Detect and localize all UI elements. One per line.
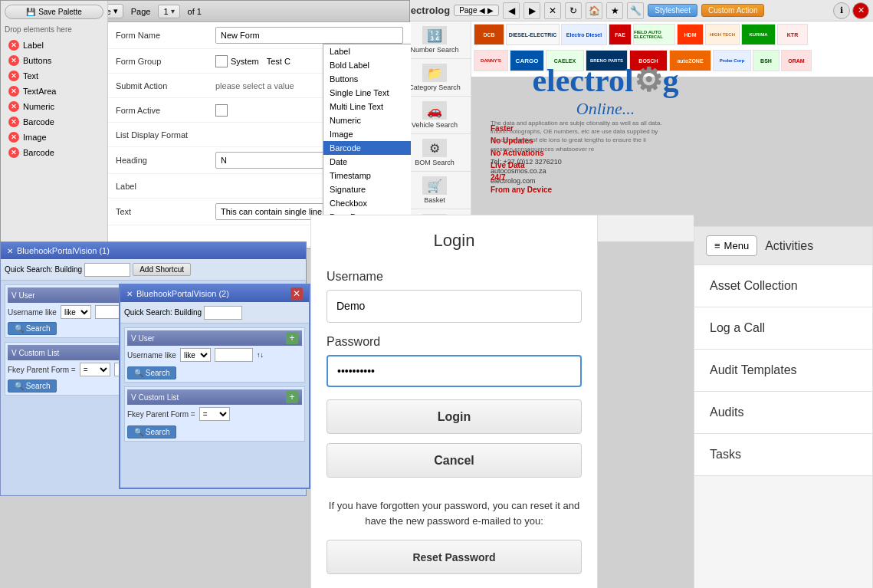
nav-back[interactable]: ◀ — [503, 2, 520, 19]
dropdown-single-line[interactable]: Single Line Text — [323, 86, 411, 100]
bluehook-toolbar-2: Quick Search: Building — [120, 302, 309, 324]
menu-audits[interactable]: Audits — [694, 392, 872, 434]
dropdown-checkbox[interactable]: Checkbox — [323, 196, 411, 210]
drop-hint: Drop elements here — [5, 25, 103, 34]
v-custom-add-2[interactable]: + — [286, 391, 298, 403]
dropdown-numeric[interactable]: Numeric — [323, 113, 411, 127]
system-checkbox[interactable]: System — [215, 55, 259, 67]
info-icon[interactable]: ℹ — [833, 2, 850, 19]
custom-action-btn[interactable]: Custom Action — [701, 4, 764, 17]
stylesheet-btn[interactable]: Stylesheet — [648, 4, 697, 17]
number-search-icon: 🔢 — [422, 26, 447, 44]
menu-tasks[interactable]: Tasks — [694, 434, 872, 476]
list-display-label: List Display Format — [116, 130, 215, 140]
add-shortcut-btn-1[interactable]: Add Shortcut — [133, 263, 191, 276]
username-input-2[interactable] — [215, 348, 253, 362]
menu-asset-collection[interactable]: Asset Collection — [694, 265, 872, 307]
dropdown-multi-line[interactable]: Multi Line Text — [323, 100, 411, 113]
palette-numeric[interactable]: ✕ Numeric — [5, 99, 103, 114]
dropdown-timestamp[interactable]: Timestamp — [323, 169, 411, 182]
of-label: of 1 — [188, 7, 202, 16]
username-operator-1[interactable]: like — [61, 305, 91, 319]
form-group-label: Form Group — [116, 57, 215, 66]
menu-log-a-call[interactable]: Log a Call — [694, 307, 872, 350]
form-name-input[interactable] — [215, 27, 403, 44]
vehicle-search-icon: 🚗 — [422, 101, 447, 120]
username-operator-2[interactable]: like — [180, 348, 211, 362]
brand-fae: FAE — [609, 24, 632, 45]
nav-forward[interactable]: ▶ — [523, 2, 540, 19]
search-btn-1[interactable]: 🔍 Search — [8, 322, 57, 335]
palette-label[interactable]: ✕ Label — [5, 38, 103, 53]
login-panel: Login Username Password Login Cancel If … — [310, 215, 598, 588]
save-palette-button[interactable]: 💾 Save Palette — [5, 5, 103, 19]
v-custom-list-header-2: V Custom List + — [127, 389, 302, 405]
menu-icon: ≡ — [714, 240, 720, 251]
palette-barcode-1[interactable]: ✕ Barcode — [5, 114, 103, 130]
bluehook-title-text-2: BluehookPortalVision (2) — [136, 289, 229, 298]
page-number-control[interactable]: 1 ▾ — [158, 5, 179, 18]
bom-search-icon: ⚙ — [422, 139, 447, 157]
brand-diesel: DIESEL-ELECTRIC — [506, 24, 560, 45]
dropdown-image[interactable]: Image — [323, 127, 411, 141]
fkey-operator-2[interactable]: = — [199, 407, 230, 421]
form-active-checkbox[interactable] — [215, 104, 228, 117]
reset-password-button[interactable]: Reset Password — [327, 540, 582, 574]
bluehook-search-input-1[interactable] — [84, 263, 130, 277]
electrolog-topbar: electrolog Page ◀ ▶ ◀ ▶ ✕ ↻ 🏠 ★ 🔧 Styles… — [399, 0, 873, 21]
bluehook-close-icon[interactable]: ✕ — [7, 247, 13, 255]
stop-btn[interactable]: ✕ — [544, 2, 561, 19]
dropdown-label[interactable]: Label — [323, 44, 411, 58]
palette-buttons[interactable]: ✕ Buttons — [5, 53, 103, 68]
basket-icon: 🛒 — [422, 176, 447, 195]
forgot-password-text: If you have forgotten your password, you… — [327, 498, 582, 528]
electrolog-main-text: electrol⚙g — [491, 61, 720, 99]
bookmark-btn[interactable]: ★ — [606, 2, 623, 19]
v-user-header-2: V User + — [127, 330, 302, 346]
activities-label: Activities — [765, 239, 813, 253]
tools-btn[interactable]: 🔧 — [627, 2, 644, 19]
username-label: Username — [327, 270, 383, 284]
fkey-operator-1[interactable]: = — [80, 363, 110, 376]
dropdown-buttons[interactable]: Buttons — [323, 72, 411, 86]
palette-barcode-2[interactable]: ✕ Barcode — [5, 145, 103, 160]
login-button[interactable]: Login — [327, 399, 582, 434]
home-btn[interactable]: 🏠 — [586, 2, 602, 19]
search-btn-fkey-1[interactable]: 🔍 Search — [8, 379, 57, 393]
brand-field: FIELD AUTO ELECTRICAL — [633, 24, 675, 45]
brand-kurima: KURIMA — [741, 24, 776, 45]
refresh-btn[interactable]: ↻ — [565, 2, 582, 19]
brand-row-1: DCB DIESEL-ELECTRIC Electro Diesel FAE F… — [474, 24, 871, 48]
heading-label: Heading — [116, 156, 215, 165]
form-name-label: Form Name — [116, 31, 215, 40]
close-icon[interactable]: ✕ — [852, 2, 869, 19]
login-title: Login — [434, 231, 475, 251]
palette-text[interactable]: ✕ Text — [5, 68, 103, 84]
palette-image[interactable]: ✕ Image — [5, 130, 103, 145]
dropdown-signature[interactable]: Signature — [323, 182, 411, 196]
dropdown-date[interactable]: Date — [323, 155, 411, 169]
bluehook-toolbar-1: Quick Search: Building Add Shortcut — [1, 259, 306, 281]
menu-audit-templates[interactable]: Audit Templates — [694, 350, 872, 392]
bluehook-panel-2: ✕ BluehookPortalVision (2) ✕ Quick Searc… — [119, 284, 310, 489]
electrolog-page-btn[interactable]: Page ◀ ▶ — [454, 5, 499, 16]
search-btn-2[interactable]: 🔍 Search — [127, 366, 176, 379]
brand-hdm: HDM — [677, 24, 704, 45]
bluehook-title-text-1: BluehookPortalVision (1) — [17, 246, 110, 255]
electrolog-disclaimer: The data and application are subje ction… — [491, 119, 667, 186]
bluehook-remove-2[interactable]: ✕ — [290, 287, 303, 300]
v-user-add-2[interactable]: + — [286, 332, 298, 344]
dropdown-barcode[interactable]: Barcode — [323, 141, 411, 155]
bluehook-close-icon-2[interactable]: ✕ — [126, 290, 133, 298]
right-menu-panel: ≡ Menu Activities Asset Collection Log a… — [694, 226, 873, 588]
brand-oram: ORAM — [781, 50, 812, 71]
cancel-button[interactable]: Cancel — [327, 443, 582, 478]
brand-hightech: HIGH TECH — [705, 24, 740, 45]
dropdown-bold-label[interactable]: Bold Label — [323, 58, 411, 72]
username-input[interactable] — [327, 290, 582, 323]
password-input[interactable] — [327, 355, 582, 388]
palette-textarea[interactable]: ✕ TextArea — [5, 84, 103, 99]
menu-button[interactable]: ≡ Menu — [706, 235, 757, 256]
bluehook-search-input-2[interactable] — [204, 306, 242, 320]
search-btn-fkey-2[interactable]: 🔍 Search — [127, 425, 176, 439]
